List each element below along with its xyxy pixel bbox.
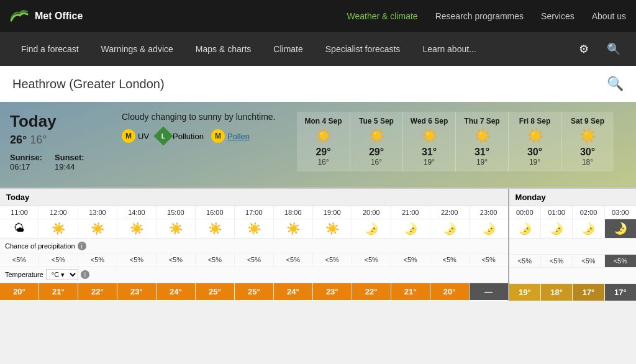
time-19: 19:00	[313, 206, 352, 219]
uv-icon: M	[122, 129, 135, 143]
nav-about[interactable]: About us	[592, 11, 626, 21]
nav-specialist[interactable]: Specialist forecasts	[314, 32, 412, 66]
day-0-low: 16°	[303, 158, 343, 166]
day-4-icon: ☀️	[515, 128, 555, 144]
day-1-label: Tue 5 Sep	[357, 117, 396, 125]
pollen-icon: M	[211, 129, 225, 143]
mon-temp-03: 17°	[605, 284, 636, 301]
precip-16: <5%	[196, 253, 235, 266]
forecast-day-0[interactable]: Mon 4 Sep ☀️ 29° 16°	[297, 112, 350, 171]
precip-info-icon[interactable]: i	[78, 242, 86, 250]
sec-nav-links: Find a forecast Warnings & advice Maps &…	[10, 32, 571, 66]
mon-precip-03: <5%	[605, 255, 636, 268]
monday-precip-row: <5% <5% <5% <5%	[509, 255, 636, 268]
temp-unit-select[interactable]: °C ▾ °F ▾	[46, 269, 78, 280]
nav-weather-climate[interactable]: Weather & climate	[347, 11, 418, 21]
day-5-icon: ☀️	[568, 128, 607, 144]
day-3-icon: ☀️	[462, 128, 502, 144]
nav-services[interactable]: Services	[541, 11, 575, 21]
day-1-icon: ☀️	[357, 128, 396, 144]
temp-22: 20°	[430, 283, 470, 300]
icon-23: 🌛	[470, 219, 508, 239]
search-button[interactable]: 🔍	[601, 37, 626, 61]
today-icon-row: 🌤 ☀️ ☀️ ☀️ ☀️ ☀️ ☀️ ☀️ ☀️ 🌛 🌛 🌛 🌛	[0, 219, 508, 239]
temp-15: 24°	[157, 283, 196, 300]
secondary-navigation: Find a forecast Warnings & advice Maps &…	[0, 32, 636, 66]
day-2-icon: ☀️	[409, 128, 449, 144]
precip-20: <5%	[352, 253, 391, 266]
mon-temp-01: 18°	[541, 284, 573, 301]
search-submit-button[interactable]: 🔍	[607, 76, 624, 92]
precip-23: <5%	[470, 253, 508, 266]
precip-15: <5%	[157, 253, 196, 266]
day-0-high: 29°	[303, 147, 343, 158]
temp-info-icon[interactable]: i	[81, 270, 89, 279]
today-temp-row: 20° 21° 22° 23° 24° 25° 25° 24° 23° 22° …	[0, 283, 508, 300]
day-3-label: Thu 7 Sep	[462, 117, 502, 125]
forecast-day-3[interactable]: Thu 7 Sep ☀️ 31° 19°	[455, 112, 508, 171]
icon-21: 🌛	[391, 219, 430, 239]
site-logo[interactable]: Met Office	[10, 9, 83, 23]
nav-warnings[interactable]: Warnings & advice	[90, 32, 184, 66]
icon-22: 🌛	[430, 219, 470, 239]
today-panel-title: Today	[0, 189, 508, 206]
nav-climate[interactable]: Climate	[262, 32, 314, 66]
day-2-high: 31°	[409, 147, 449, 158]
day-4-label: Fri 8 Sep	[515, 117, 555, 125]
sunrise-info: Sunrise: 06:17	[10, 153, 42, 171]
mon-precip-00: <5%	[509, 255, 541, 268]
nav-find-forecast[interactable]: Find a forecast	[10, 32, 90, 66]
mon-temp-02: 17°	[573, 284, 604, 301]
uv-badge: M UV	[122, 129, 149, 143]
forecast-day-1[interactable]: Tue 5 Sep ☀️ 29° 16°	[350, 112, 402, 171]
pollen-link[interactable]: Pollen	[227, 132, 250, 141]
forecast-day-4[interactable]: Fri 8 Sep ☀️ 30° 19°	[508, 112, 561, 171]
today-precip-row: <5% <5% <5% <5% <5% <5% <5% <5% <5% <5% …	[0, 253, 508, 266]
day-4-high: 30°	[515, 147, 555, 158]
today-description: Cloudy changing to sunny by lunchtime.	[122, 112, 275, 122]
time-16: 16:00	[196, 206, 235, 219]
settings-button[interactable]: ⚙	[571, 37, 596, 61]
forecast-day-5[interactable]: Sat 9 Sep ☀️ 30° 18°	[561, 112, 614, 171]
time-15: 15:00	[157, 206, 196, 219]
time-12: 12:00	[39, 206, 78, 219]
top-navigation: Met Office Weather & climate Research pr…	[0, 0, 636, 32]
top-nav-links: Weather & climate Research programmes Se…	[347, 11, 626, 21]
precip-label-row: Chance of precipitation i	[0, 239, 508, 253]
mon-time-01: 01:00	[541, 206, 573, 219]
mon-precip-02: <5%	[573, 255, 604, 268]
mon-icon-00: 🌛	[509, 219, 541, 239]
icon-19: ☀️	[313, 219, 352, 239]
today-temps: 26° 16°	[10, 134, 109, 147]
precip-22: <5%	[430, 253, 470, 266]
logo-text: Met Office	[35, 11, 83, 22]
day-5-label: Sat 9 Sep	[568, 117, 607, 125]
nav-maps[interactable]: Maps & charts	[184, 32, 262, 66]
temp-23: —	[470, 283, 508, 300]
today-low-temp: 16°	[30, 134, 47, 146]
nav-research[interactable]: Research programmes	[435, 11, 524, 21]
pollution-badge: L Pollution	[157, 129, 204, 143]
sunset-time: 19:44	[55, 162, 75, 171]
hourly-panels: Today 11:00 12:00 13:00 14:00 15:00 16:0…	[0, 188, 636, 301]
mon-precip-01: <5%	[541, 255, 573, 268]
uv-label: UV	[138, 132, 149, 141]
time-20: 20:00	[352, 206, 391, 219]
sunrise-time: 06:17	[10, 162, 30, 171]
icon-17: ☀️	[235, 219, 274, 239]
location-search-input[interactable]	[12, 77, 607, 91]
pollen-badge: M Pollen	[211, 129, 250, 143]
weather-section: Today 26° 16° Sunrise: 06:17 Sunset: 19:…	[0, 102, 636, 188]
monday-hourly-panel: Monday 00:00 01:00 02:00 03:00 🌛 🌛 🌛 🌛 <…	[509, 189, 636, 301]
search-bar: 🔍	[0, 66, 636, 102]
icon-20: 🌛	[352, 219, 391, 239]
forecast-day-2[interactable]: Wed 6 Sep ☀️ 31° 19°	[402, 112, 455, 171]
precip-12: <5%	[39, 253, 78, 266]
icon-15: ☀️	[157, 219, 196, 239]
day-2-low: 19°	[409, 158, 449, 166]
monday-time-row: 00:00 01:00 02:00 03:00	[509, 206, 636, 219]
nav-learn[interactable]: Learn about...	[411, 32, 487, 66]
icon-13: ☀️	[78, 219, 117, 239]
monday-temp-row: 19° 18° 17° 17°	[509, 284, 636, 301]
precip-17: <5%	[235, 253, 274, 266]
